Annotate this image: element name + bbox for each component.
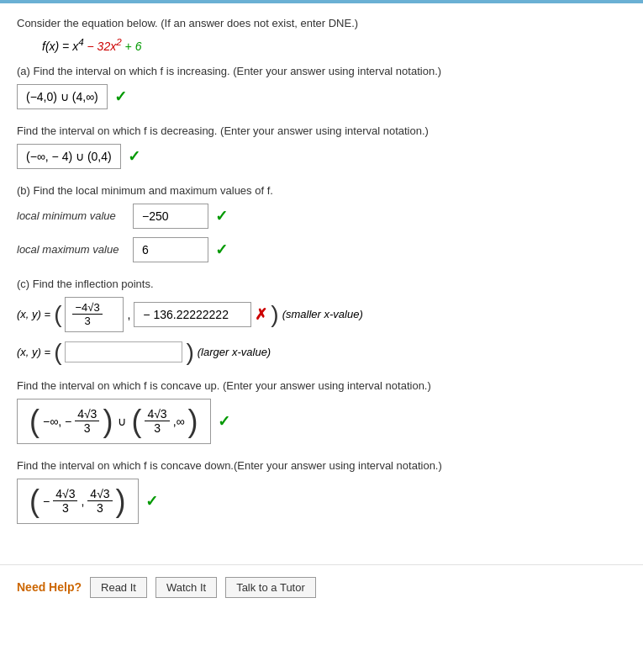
- check-concave-down: ✓: [145, 492, 158, 511]
- frac-cu-denom-1: 3: [82, 421, 93, 436]
- section-concave-up: Find the interval on which f is concave …: [17, 379, 626, 444]
- check-max: ✓: [215, 241, 228, 259]
- check-inflection1: ✗: [255, 305, 267, 324]
- inflection-row-smaller: (x, y) = ( −4√3 3 , − 136.22222222 ✗ ) (…: [17, 297, 626, 332]
- label-decreasing: Find the interval on which f is decreasi…: [17, 124, 626, 137]
- frac-cu-numer-1: 4√3: [75, 407, 99, 422]
- label-part-c: (c) Find the inflection points.: [17, 278, 626, 290]
- answer-row-increasing: (−4,0) ∪ (4,∞) ✓: [17, 84, 626, 109]
- check-increasing: ✓: [114, 87, 127, 106]
- paren-cu-2: ): [103, 406, 113, 437]
- union-cu: ∪: [118, 415, 126, 428]
- frac-cd-2: 4√3 3: [87, 487, 112, 516]
- label-part-b: (b) Find the local minimum and maximum v…: [17, 184, 626, 197]
- need-help-label: Need Help?: [17, 580, 82, 594]
- frac-numer-1: −4√3: [72, 301, 102, 315]
- check-min: ✓: [215, 207, 228, 225]
- section-part-b: (b) Find the local minimum and maximum v…: [17, 184, 626, 262]
- label-concave-up: Find the interval on which f is concave …: [17, 379, 626, 392]
- paren-cu-1: (: [29, 406, 40, 437]
- frac-cu-1: 4√3 3: [75, 407, 99, 437]
- paren-close-2: ): [186, 341, 193, 364]
- answer-box-concave-up: ( −∞, − 4√3 3 ) ∪ ( 4√3 3 ,∞ ): [17, 399, 211, 444]
- read-it-button[interactable]: Read It: [90, 577, 147, 598]
- function-line: f(x) = x4 − 32x2 + 6: [42, 36, 626, 53]
- max-label: local maximum value: [17, 243, 126, 256]
- frac-cd-denom-2: 3: [94, 501, 106, 516]
- answer-box-increasing: (−4,0) ∪ (4,∞): [17, 84, 108, 109]
- cd-comma: ,: [81, 495, 84, 508]
- section-decreasing: Find the interval on which f is decreasi…: [17, 124, 626, 169]
- answer-box-inflection1-val: − 136.22222222: [134, 302, 251, 327]
- frac-cu-numer-2: 4√3: [145, 407, 169, 422]
- cu-inf: ,∞: [173, 415, 185, 428]
- min-label: local minimum value: [17, 209, 126, 222]
- larger-x-label: (larger x-value): [198, 346, 271, 358]
- answer-row-concave-down: ( − 4√3 3 , 4√3 3 ) ✓: [17, 479, 626, 524]
- frac-cd-denom-1: 3: [60, 501, 71, 516]
- smaller-x-label: (smaller x-value): [282, 308, 363, 320]
- answer-box-min: −250: [133, 204, 208, 229]
- label-increasing: (a) Find the interval on which f is incr…: [17, 65, 626, 77]
- answer-box-inflection1-frac: −4√3 3: [65, 297, 124, 332]
- paren-cd-2: ): [116, 486, 126, 516]
- watch-it-button[interactable]: Watch It: [155, 577, 217, 598]
- cu-neg-inf: −∞, −: [43, 415, 71, 428]
- paren-open-2: (: [54, 341, 61, 364]
- frac-cd-numer-1: 4√3: [53, 487, 77, 502]
- answer-box-decreasing: (−∞, − 4) ∪ (0,4): [17, 144, 121, 169]
- answer-row-min: local minimum value −250 ✓: [17, 204, 626, 229]
- section-concave-down: Find the interval on which f is concave …: [17, 459, 626, 524]
- answer-row-decreasing: (−∞, − 4) ∪ (0,4) ✓: [17, 144, 626, 169]
- check-decreasing: ✓: [128, 147, 140, 166]
- frac-cu-denom-2: 3: [151, 421, 163, 436]
- talk-to-tutor-button[interactable]: Talk to a Tutor: [225, 577, 316, 598]
- comma-1: ,: [127, 308, 130, 321]
- frac-cd-numer-2: 4√3: [87, 487, 112, 502]
- section-part-c: (c) Find the inflection points. (x, y) =…: [17, 278, 626, 364]
- label-concave-down: Find the interval on which f is concave …: [17, 459, 626, 472]
- paren-close-1: ): [271, 303, 278, 326]
- frac-denom-1: 3: [82, 315, 92, 328]
- fraction-1: −4√3 3: [72, 301, 102, 328]
- section-increasing: (a) Find the interval on which f is incr…: [17, 65, 626, 109]
- cd-neg: −: [43, 495, 50, 508]
- inflection-xy-label-2: (x, y) =: [17, 346, 50, 358]
- need-help-bar: Need Help? Read It Watch It Talk to a Tu…: [0, 564, 643, 610]
- frac-cd-1: 4√3 3: [53, 487, 77, 516]
- answer-box-concave-down: ( − 4√3 3 , 4√3 3 ): [17, 479, 139, 524]
- paren-open-1: (: [54, 303, 61, 326]
- answer-row-concave-up: ( −∞, − 4√3 3 ) ∪ ( 4√3 3 ,∞ ) ✓: [17, 399, 626, 444]
- answer-box-max: 6: [133, 237, 208, 262]
- paren-cu-3: (: [131, 406, 141, 437]
- frac-cu-2: 4√3 3: [145, 407, 169, 437]
- paren-cd-1: (: [29, 486, 40, 516]
- check-concave-up: ✓: [218, 412, 230, 431]
- inflection2-input[interactable]: [65, 341, 182, 362]
- answer-row-max: local maximum value 6 ✓: [17, 237, 626, 262]
- problem-intro: Consider the equation below. (If an answ…: [17, 17, 626, 29]
- inflection-row-larger: (x, y) = ( ) (larger x-value): [17, 341, 626, 364]
- inflection-xy-label-1: (x, y) =: [17, 308, 50, 320]
- paren-cu-4: ): [188, 406, 198, 437]
